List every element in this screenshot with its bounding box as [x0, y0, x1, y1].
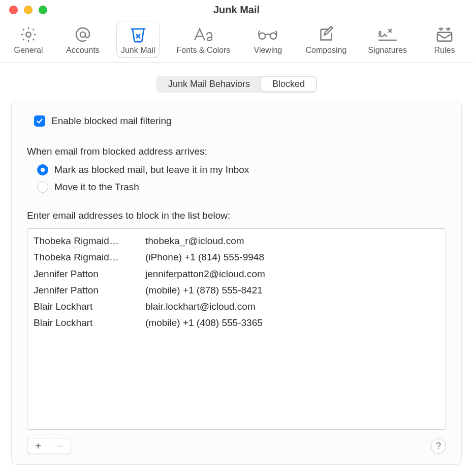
- preferences-window: Junk Mail General Accounts: [0, 0, 473, 476]
- tab-label: Viewing: [254, 46, 282, 55]
- option-label: Move it to the Trash: [54, 182, 139, 193]
- svg-rect-4: [437, 33, 452, 41]
- contact-detail: blair.lockhart@icloud.com: [145, 299, 439, 315]
- list-heading: Enter email addresses to block in the li…: [27, 210, 446, 221]
- signature-icon: [376, 24, 399, 45]
- list-item[interactable]: Jennifer Patton (mobile) +1 (878) 555-84…: [34, 282, 439, 299]
- tab-label: Junk Mail: [121, 46, 155, 55]
- tab-junk-mail[interactable]: Junk Mail: [117, 21, 160, 57]
- blocked-list[interactable]: Thobeka Rigmaid… thobeka_r@icloud.com Th…: [27, 228, 446, 430]
- enable-blocked-label: Enable blocked mail filtering: [51, 115, 172, 127]
- content-area: Junk Mail Behaviors Blocked Enable block…: [0, 63, 473, 476]
- option-mark-blocked[interactable]: Mark as blocked mail, but leave it in my…: [37, 164, 446, 175]
- contact-name: Thobeka Rigmaid…: [34, 249, 145, 265]
- list-item[interactable]: Thobeka Rigmaid… thobeka_r@icloud.com: [34, 233, 439, 249]
- arrives-options: Mark as blocked mail, but leave it in my…: [37, 164, 446, 193]
- contact-detail: jenniferpatton2@icloud.com: [145, 266, 439, 282]
- zoom-window-button[interactable]: [39, 6, 47, 14]
- minus-icon: −: [57, 440, 63, 452]
- at-icon: [72, 24, 94, 45]
- contact-detail: (iPhone) +1 (814) 555-9948: [145, 249, 439, 265]
- tab-label: Signatures: [368, 46, 407, 55]
- contact-name: Jennifer Patton: [34, 282, 145, 299]
- contact-name: Jennifer Patton: [34, 266, 145, 282]
- contact-name: Thobeka Rigmaid…: [34, 233, 145, 249]
- svg-point-3: [270, 33, 276, 39]
- option-move-trash[interactable]: Move it to the Trash: [37, 182, 446, 193]
- radio-mark-blocked[interactable]: [37, 164, 48, 175]
- add-remove-control: + −: [27, 438, 71, 454]
- list-item[interactable]: Blair Lockhart blair.lockhart@icloud.com: [34, 299, 439, 315]
- sub-tabs: Junk Mail Behaviors Blocked: [11, 76, 462, 93]
- tab-label: General: [14, 46, 43, 55]
- window-title: Junk Mail: [0, 4, 473, 16]
- tab-label: Fonts & Colors: [177, 46, 231, 55]
- arrives-heading: When email from blocked address arrives:: [27, 146, 446, 157]
- window-controls: [0, 6, 47, 14]
- tab-composing[interactable]: Composing: [301, 21, 351, 57]
- plus-icon: +: [35, 440, 41, 452]
- contact-detail: (mobile) +1 (408) 555-3365: [145, 315, 439, 331]
- contact-detail: (mobile) +1 (878) 555-8421: [145, 282, 439, 299]
- close-window-button[interactable]: [9, 6, 18, 14]
- option-label: Mark as blocked mail, but leave it in my…: [54, 164, 249, 175]
- contact-name: Blair Lockhart: [34, 315, 145, 331]
- fonts-icon: [192, 24, 214, 45]
- minimize-window-button[interactable]: [24, 6, 33, 14]
- tab-signatures[interactable]: Signatures: [364, 21, 411, 57]
- tab-label: Accounts: [66, 46, 100, 55]
- contact-name: Blair Lockhart: [34, 299, 145, 315]
- list-item[interactable]: Jennifer Patton jenniferpatton2@icloud.c…: [34, 266, 439, 282]
- tab-label: Composing: [305, 46, 346, 55]
- radio-move-trash[interactable]: [37, 182, 48, 193]
- titlebar: Junk Mail: [0, 0, 473, 19]
- tab-general[interactable]: General: [8, 21, 49, 57]
- add-button[interactable]: +: [27, 438, 49, 454]
- list-item[interactable]: Thobeka Rigmaid… (iPhone) +1 (814) 555-9…: [34, 249, 439, 265]
- svg-point-0: [26, 32, 31, 37]
- glasses-icon: [257, 24, 279, 45]
- tab-rules[interactable]: Rules: [424, 21, 465, 57]
- blocked-panel: Enable blocked mail filtering When email…: [11, 100, 462, 465]
- subtab-behaviors[interactable]: Junk Mail Behaviors: [157, 77, 261, 92]
- help-icon: ?: [436, 441, 441, 452]
- panel-footer: + − ?: [27, 438, 446, 454]
- preferences-toolbar: General Accounts Junk Mail: [0, 19, 473, 63]
- tab-viewing[interactable]: Viewing: [247, 21, 288, 57]
- svg-point-1: [80, 32, 85, 37]
- gear-icon: [17, 24, 40, 45]
- tab-label: Rules: [434, 46, 455, 55]
- enable-blocked-checkbox[interactable]: [34, 115, 45, 127]
- tab-fonts-colors[interactable]: Fonts & Colors: [173, 21, 235, 57]
- enable-blocked-filtering-row[interactable]: Enable blocked mail filtering: [34, 115, 446, 127]
- contact-detail: thobeka_r@icloud.com: [145, 233, 439, 249]
- rules-icon: [433, 24, 456, 45]
- subtab-blocked[interactable]: Blocked: [261, 77, 316, 92]
- list-item[interactable]: Blair Lockhart (mobile) +1 (408) 555-336…: [34, 315, 439, 331]
- remove-button[interactable]: −: [49, 438, 71, 454]
- tab-accounts[interactable]: Accounts: [62, 21, 104, 57]
- junk-bin-icon: [127, 24, 149, 45]
- compose-icon: [315, 24, 337, 45]
- svg-point-2: [259, 33, 265, 39]
- help-button[interactable]: ?: [431, 438, 446, 454]
